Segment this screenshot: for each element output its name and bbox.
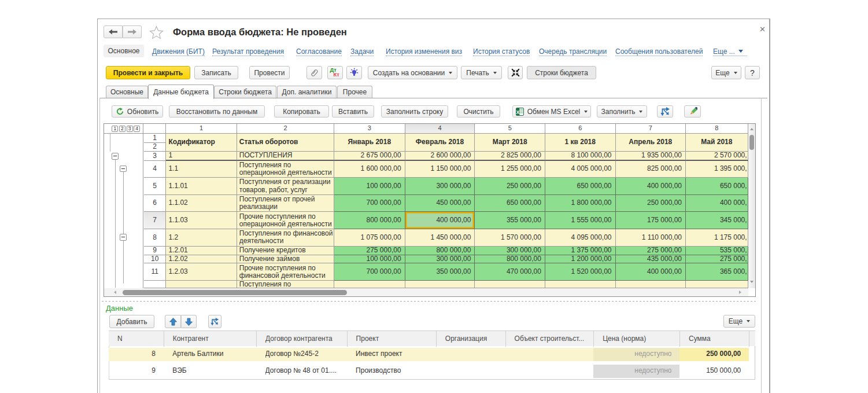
svg-text:X: X <box>516 109 519 115</box>
